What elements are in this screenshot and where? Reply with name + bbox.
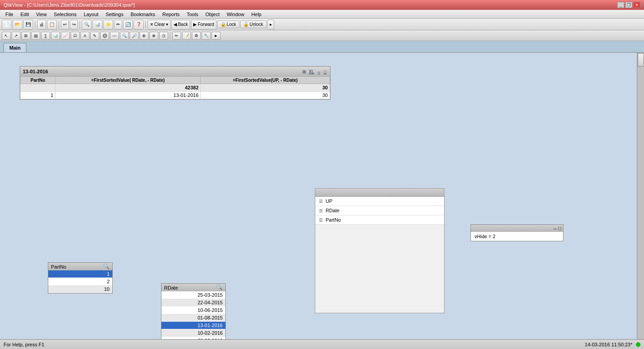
rdate-row-5[interactable]: 10-02-2016 [161, 329, 225, 337]
menu-layout[interactable]: Layout [80, 11, 102, 18]
menu-view[interactable]: View [33, 11, 51, 18]
redo-icon: ↪ [72, 22, 76, 27]
search-button[interactable]: 🔍 [82, 20, 92, 29]
tab-main[interactable]: Main [4, 43, 26, 52]
tb2-btn-12[interactable]: — [110, 32, 119, 40]
tb2-btn-17[interactable]: ◷ [159, 32, 168, 40]
reload-button[interactable]: 🔄 [123, 20, 133, 29]
menu-help[interactable]: Help [248, 11, 265, 18]
sel-item-up[interactable]: ☰ UP [315, 197, 444, 206]
partno-row-2[interactable]: 2 [48, 278, 112, 286]
sep-4 [145, 21, 146, 29]
unlock-label: Unlock [250, 22, 263, 27]
scroll-thumb[interactable] [638, 53, 644, 67]
sel-item-rdate[interactable]: ☰ RDate [315, 206, 444, 215]
menu-bookmarks[interactable]: Bookmarks [127, 11, 159, 18]
open-button[interactable]: 📂 [13, 20, 22, 29]
vhide-minimize-icon[interactable]: – [554, 226, 556, 231]
chart-button[interactable]: 📊 [93, 20, 102, 29]
redo-button[interactable]: ↪ [70, 20, 78, 29]
tb2-icon-11: 🔘 [102, 34, 107, 38]
clear-button[interactable]: ✕ Clear ▾ [148, 20, 170, 29]
rdate-row-0[interactable]: 25-03-2015 [161, 291, 225, 299]
tb2-btn-4[interactable]: ▤ [31, 32, 40, 40]
close-button[interactable]: ✕ [633, 2, 640, 8]
forward-button[interactable]: ▶ Forward [191, 20, 216, 29]
rdate-search-icon[interactable]: 🔍 [216, 285, 223, 290]
minimize-button[interactable]: _ [617, 2, 624, 8]
table-xl-button[interactable]: XL [308, 69, 315, 74]
table-restore-button[interactable]: □ [323, 69, 327, 74]
edit-button[interactable]: ✏ [114, 20, 122, 29]
lock-icon: 🔒 [220, 22, 226, 27]
restore-button[interactable]: ❐ [625, 2, 632, 8]
tb2-btn-18[interactable]: ✏ [172, 32, 181, 40]
menu-selections[interactable]: Selections [50, 11, 80, 18]
widget-header: 13-01-2016 ⊞ XL – □ [20, 67, 330, 76]
bookmark-button[interactable]: ⭐ [103, 20, 113, 29]
partno-search-icon[interactable]: 🔍 [103, 264, 110, 269]
tb2-btn-6[interactable]: 📊 [51, 32, 60, 40]
forward-label: Forward [198, 22, 214, 27]
undo-button[interactable]: ↩ [61, 20, 69, 29]
tb2-btn-14[interactable]: 🔎 [130, 32, 139, 40]
back-label: Back [178, 22, 188, 27]
tb2-btn-8[interactable]: ☑ [71, 32, 80, 40]
tb2-btn-22[interactable]: ► [212, 32, 220, 40]
vhide-restore-icon[interactable]: □ [558, 226, 561, 231]
menu-settings[interactable]: Settings [102, 11, 127, 18]
tb2-btn-1[interactable]: ↖ [2, 32, 11, 40]
help-button[interactable]: ❓ [134, 20, 144, 29]
table-row: 1 13-01-2016 30 [21, 92, 330, 99]
rdate-row-2[interactable]: 10-06-2015 [161, 307, 225, 314]
sel-item-partno[interactable]: ☰ PartNo [315, 215, 444, 225]
back-button[interactable]: ◀ Back [171, 20, 190, 29]
reload-icon: 🔄 [125, 22, 131, 27]
copy-button[interactable]: 📋 [47, 20, 57, 29]
menu-file[interactable]: File [2, 11, 17, 18]
tb2-btn-16[interactable]: ⊗ [149, 32, 158, 40]
print-button[interactable]: 🖨 [37, 20, 46, 29]
new-button[interactable]: 📄 [2, 20, 12, 29]
menu-tools[interactable]: Tools [183, 11, 202, 18]
title-bar: QlikView - [C:\Users\Jens.Zibell01\Downl… [0, 0, 644, 10]
menu-reports[interactable]: Reports [159, 11, 183, 18]
help-icon: ❓ [136, 22, 141, 27]
tb2-btn-20[interactable]: ⚙ [192, 32, 201, 40]
rdate-row-3[interactable]: 01-08-2015 [161, 314, 225, 322]
menu-object[interactable]: Object [202, 11, 223, 18]
tb2-btn-2[interactable]: ↗ [12, 32, 21, 40]
unlock-button[interactable]: 🔓 Unlock [240, 21, 267, 28]
tb2-btn-11[interactable]: 🔘 [100, 32, 109, 40]
menu-edit[interactable]: Edit [17, 11, 33, 18]
table-total-row: 42382 30 [21, 84, 330, 92]
partno-row-3[interactable]: 10 [48, 286, 112, 293]
status-right: 14-03-2016 11:50:23* [585, 342, 640, 347]
tb2-btn-3[interactable]: ⊞ [21, 32, 30, 40]
rdate-title: RDate [164, 285, 178, 290]
tb2-btn-21[interactable]: 🔧 [202, 32, 211, 40]
sep-1 [35, 21, 35, 29]
tb2-btn-13[interactable]: 🔍 [120, 32, 129, 40]
lock-button[interactable]: 🔒 Lock [217, 21, 239, 28]
tb2-btn-19[interactable]: 📝 [182, 32, 191, 40]
tb2-icon-7: 📈 [63, 34, 68, 38]
table-minimize-button[interactable]: – [317, 69, 321, 74]
tb2-icon-17: ◷ [162, 34, 165, 38]
rdate-row-1[interactable]: 22-04-2015 [161, 299, 225, 307]
tb2-btn-9[interactable]: A [80, 32, 89, 40]
total-cell-2: 30 [201, 84, 330, 92]
right-scrollbar[interactable] [637, 53, 644, 339]
more-button[interactable]: ▸ [267, 20, 274, 29]
col-header-up: =FirstSortedValue(UP, - RDate) [201, 77, 330, 84]
partno-row-1[interactable]: 1 [48, 270, 112, 278]
tb2-btn-10[interactable]: ✎ [90, 32, 99, 40]
tb2-btn-15[interactable]: ⊕ [140, 32, 148, 40]
menu-window[interactable]: Window [223, 11, 248, 18]
sel-up-icon: ☰ [319, 199, 323, 204]
tb2-btn-5[interactable]: ∑ [41, 32, 50, 40]
save-button[interactable]: 💾 [23, 20, 33, 29]
tb2-btn-7[interactable]: 📈 [61, 32, 70, 40]
data-table: PartNo =FirstSortedValue( RDate, - RDate… [20, 76, 330, 99]
rdate-row-4[interactable]: 13-01-2016 [161, 322, 225, 329]
